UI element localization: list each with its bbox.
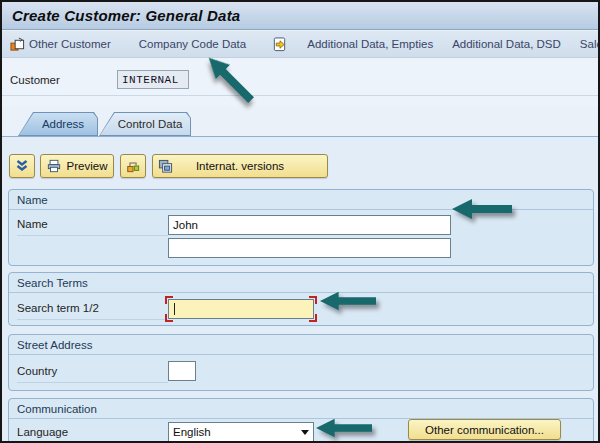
separator-line bbox=[2, 95, 598, 96]
language-value: English bbox=[173, 426, 211, 438]
row-underline bbox=[17, 382, 168, 383]
expand-all-button[interactable] bbox=[9, 154, 35, 178]
toolbar-item-next-screen[interactable] bbox=[272, 37, 287, 52]
internat-versions-button[interactable]: Internat. versions bbox=[152, 154, 328, 178]
annotation-arrow-search-term bbox=[320, 290, 376, 312]
tab-address[interactable]: Address bbox=[18, 112, 98, 136]
address-versions-button[interactable] bbox=[120, 154, 146, 178]
row-underline bbox=[17, 319, 168, 320]
toolbar-item-additional-data-dsd[interactable]: Additional Data, DSD bbox=[452, 38, 561, 50]
next-screen-icon bbox=[272, 37, 287, 52]
toolbar-item-company-code-data[interactable]: Company Code Data bbox=[139, 38, 246, 50]
toolbar-item-label: Company Code Data bbox=[139, 38, 246, 50]
section-street-address: Street Address Country bbox=[8, 334, 594, 391]
country-input[interactable] bbox=[168, 361, 196, 381]
toolbar-item-label: Other Customer bbox=[29, 38, 111, 50]
section-street-title: Street Address bbox=[9, 335, 593, 355]
section-search-terms: Search Terms Search term 1/2 bbox=[8, 272, 594, 326]
focus-bracket bbox=[165, 314, 173, 322]
focus-bracket bbox=[309, 296, 317, 304]
customer-header-area: Customer INTERNAL bbox=[2, 58, 598, 106]
copy-versions-icon bbox=[158, 159, 173, 174]
navigation-toolbar: Other Customer Company Code Data Additio… bbox=[2, 31, 598, 58]
section-search-title: Search Terms bbox=[9, 273, 593, 293]
other-customer-icon bbox=[10, 37, 25, 52]
annotation-arrow-name-input bbox=[452, 198, 512, 220]
search-term-label: Search term 1/2 bbox=[17, 302, 99, 314]
preview-button-label: Preview bbox=[67, 160, 108, 172]
toolbar-item-other-customer[interactable]: Other Customer bbox=[10, 37, 111, 52]
tab-label: Control Data bbox=[99, 112, 191, 136]
section-communication-title: Communication bbox=[9, 399, 593, 419]
title-bar: Create Customer: General Data bbox=[2, 2, 598, 30]
annotation-arrow-language bbox=[316, 417, 372, 439]
row-underline bbox=[17, 235, 168, 236]
search-term-input[interactable] bbox=[168, 299, 314, 319]
sap-window: Create Customer: General Data Other Cust… bbox=[0, 0, 600, 443]
tab-label: Address bbox=[18, 112, 98, 136]
language-label: Language bbox=[17, 426, 68, 438]
toolbar-item-sales[interactable]: Sales bbox=[580, 38, 600, 50]
toolbar-item-label: Additional Data, DSD bbox=[452, 38, 561, 50]
toolbar-item-label: Sales bbox=[580, 38, 600, 50]
focus-bracket bbox=[165, 296, 173, 304]
toolbar-item-additional-data-empties[interactable]: Additional Data, Empties bbox=[307, 38, 433, 50]
focus-bracket bbox=[309, 314, 317, 322]
address-tab-panel: Preview Internat. versions bbox=[2, 136, 598, 443]
text-cursor bbox=[174, 303, 175, 315]
printer-icon bbox=[47, 159, 61, 173]
customer-label: Customer bbox=[10, 74, 60, 86]
language-dropdown[interactable]: English bbox=[168, 422, 314, 442]
toolbar-item-label: Additional Data, Empties bbox=[307, 38, 433, 50]
name2-input[interactable] bbox=[168, 238, 451, 258]
country-label: Country bbox=[17, 365, 57, 377]
name-field-label: Name bbox=[17, 218, 48, 230]
name-input[interactable]: John bbox=[168, 215, 451, 235]
internat-versions-label: Internat. versions bbox=[196, 160, 284, 172]
page-title: Create Customer: General Data bbox=[12, 7, 240, 24]
other-communication-button[interactable]: Other communication... bbox=[408, 419, 561, 440]
chevron-down-icon bbox=[301, 430, 309, 435]
other-communication-label: Other communication... bbox=[425, 424, 544, 436]
address-versions-icon bbox=[126, 159, 140, 173]
customer-field[interactable]: INTERNAL bbox=[117, 70, 189, 89]
expand-all-icon bbox=[15, 159, 29, 173]
tab-control-data[interactable]: Control Data bbox=[99, 112, 191, 136]
preview-button[interactable]: Preview bbox=[40, 154, 114, 178]
section-communication: Communication Language English Other com… bbox=[8, 398, 594, 443]
